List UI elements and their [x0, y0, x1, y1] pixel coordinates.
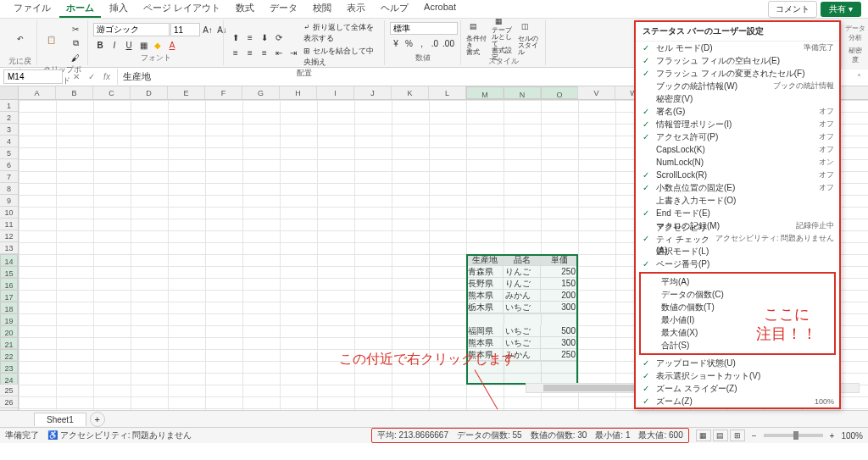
col-header-K[interactable]: K: [392, 86, 429, 99]
number-format-select[interactable]: [390, 22, 458, 35]
undo-button[interactable]: ↶: [8, 22, 31, 56]
zoom-out-button[interactable]: −: [752, 431, 757, 441]
col-header-E[interactable]: E: [168, 86, 205, 99]
row-header-13[interactable]: 13: [0, 242, 18, 254]
row-header-12[interactable]: 12: [0, 230, 18, 242]
percent-button[interactable]: %: [403, 36, 415, 50]
copy-button[interactable]: ⧉: [69, 36, 82, 50]
context-menu-item[interactable]: ✓ズーム スライダー(Z): [636, 382, 839, 395]
border-button[interactable]: ▦: [136, 38, 150, 52]
col-header-D[interactable]: D: [131, 86, 168, 99]
align-bottom-button[interactable]: ⬇: [258, 30, 271, 44]
context-menu-item[interactable]: ✓アクセシビリティ チェック(A)アクセシビリティ: 問題ありません: [636, 232, 839, 245]
row-header-24[interactable]: 24: [0, 373, 18, 385]
italic-button[interactable]: I: [108, 38, 121, 52]
tab-ホーム[interactable]: ホーム: [59, 0, 101, 18]
cell[interactable]: 150: [541, 278, 578, 290]
context-menu-item[interactable]: ✓ズーム(Z)100%: [636, 395, 839, 407]
row-header-7[interactable]: 7: [0, 171, 18, 183]
merge-center-button[interactable]: ⊞ セルを結合して中央揃え: [303, 46, 379, 68]
cell[interactable]: 300: [541, 302, 578, 313]
row-header-19[interactable]: 19: [0, 313, 18, 325]
increase-font-button[interactable]: A↑: [201, 23, 214, 36]
cell[interactable]: いちご: [504, 325, 541, 337]
format-as-table-button[interactable]: ▦テーブルとして 書式設定: [492, 22, 514, 56]
tab-Acrobat[interactable]: Acrobat: [417, 0, 463, 18]
context-menu-item[interactable]: ✓End モード(E): [636, 207, 839, 219]
enter-formula-button[interactable]: ✓: [85, 72, 98, 81]
tab-データ[interactable]: データ: [263, 0, 304, 18]
align-middle-button[interactable]: ≡: [243, 30, 257, 44]
page-break-view-button[interactable]: ⊞: [730, 430, 745, 441]
context-menu-item[interactable]: 選択モード(L): [636, 245, 839, 258]
indent-inc-button[interactable]: ⇥: [287, 46, 300, 59]
cell-styles-button[interactable]: ◫セルの スタイル: [518, 22, 540, 56]
tab-校閲[interactable]: 校閲: [306, 0, 338, 18]
context-menu-item[interactable]: ✓ScrollLock(R)オフ: [636, 169, 839, 181]
inc-decimal-button[interactable]: .0: [429, 36, 441, 50]
font-size-select[interactable]: [170, 23, 200, 36]
conditional-format-button[interactable]: ▤条件付き 書式: [466, 22, 488, 56]
tab-挿入[interactable]: 挿入: [103, 0, 135, 18]
cell[interactable]: 200: [541, 290, 578, 302]
normal-view-button[interactable]: ▦: [696, 430, 711, 441]
tab-ページ レイアウト[interactable]: ページ レイアウト: [136, 0, 227, 18]
row-header-10[interactable]: 10: [0, 207, 18, 219]
comments-button[interactable]: コメント: [768, 1, 817, 18]
context-menu-item[interactable]: ブックの統計情報(W)ブックの統計情報: [636, 80, 839, 92]
context-menu-item[interactable]: ✓表示選択ショートカット(V): [636, 369, 839, 382]
context-menu-item[interactable]: ✓ページ番号(P): [636, 258, 839, 270]
cell[interactable]: いちご: [504, 302, 541, 313]
tab-数式[interactable]: 数式: [229, 0, 261, 18]
col-header-B[interactable]: B: [56, 86, 93, 99]
orientation-button[interactable]: ⟳: [272, 30, 286, 44]
row-header-15[interactable]: 15: [0, 266, 18, 278]
zoom-level[interactable]: 100%: [841, 431, 863, 441]
cell[interactable]: 熊本県: [466, 290, 504, 302]
select-all-corner[interactable]: [0, 86, 19, 99]
context-menu-item[interactable]: ✓アップロード状態(U): [636, 357, 839, 369]
row-header-16[interactable]: 16: [0, 278, 18, 290]
row-header-20[interactable]: 20: [0, 325, 18, 337]
name-box[interactable]: [3, 69, 63, 84]
cell[interactable]: りんご: [504, 278, 541, 290]
col-header-H[interactable]: H: [280, 86, 317, 99]
share-button[interactable]: 共有 ▾: [821, 2, 861, 17]
align-center-button[interactable]: ≡: [243, 46, 257, 59]
col-header-N[interactable]: N: [504, 86, 541, 99]
col-header-L[interactable]: L: [429, 86, 466, 99]
row-header-9[interactable]: 9: [0, 195, 18, 207]
row-header-1[interactable]: 1: [0, 100, 18, 112]
zoom-slider[interactable]: [764, 434, 823, 437]
tab-表示[interactable]: 表示: [340, 0, 372, 18]
cell[interactable]: 単価: [541, 254, 578, 266]
cell[interactable]: みかん: [504, 290, 541, 302]
row-header-17[interactable]: 17: [0, 290, 18, 302]
cell[interactable]: 生産地: [466, 254, 504, 266]
row-header-4[interactable]: 4: [0, 136, 18, 147]
cell[interactable]: りんご: [504, 266, 541, 278]
cell[interactable]: いちご: [504, 337, 541, 349]
col-header-A[interactable]: A: [19, 86, 56, 99]
context-menu-item[interactable]: 上書き入力モード(O): [636, 194, 839, 207]
row-header-2[interactable]: 2: [0, 112, 18, 124]
new-sheet-button[interactable]: +: [90, 412, 105, 427]
context-menu-item[interactable]: ✓フラッシュ フィルの空白セル(E): [636, 54, 839, 67]
wrap-text-button[interactable]: ⤶ 折り返して全体を表示する: [303, 22, 379, 44]
row-header-14[interactable]: 14: [0, 254, 18, 266]
underline-button[interactable]: U: [122, 38, 136, 52]
cell[interactable]: 熊本県: [466, 349, 504, 361]
bold-button[interactable]: B: [93, 38, 107, 52]
row-header-25[interactable]: 25: [0, 385, 18, 396]
cell[interactable]: 熊本県: [466, 337, 504, 349]
cut-button[interactable]: ✂: [69, 22, 82, 36]
align-right-button[interactable]: ≡: [258, 46, 271, 59]
collapse-ribbon-button[interactable]: ˄: [857, 73, 861, 82]
tab-ファイル[interactable]: ファイル: [7, 0, 58, 18]
font-color-button[interactable]: A: [165, 38, 179, 52]
dec-decimal-button[interactable]: .00: [442, 36, 455, 50]
col-header-J[interactable]: J: [354, 86, 392, 99]
col-header-F[interactable]: F: [205, 86, 242, 99]
page-layout-view-button[interactable]: ▤: [713, 430, 728, 441]
col-header-V[interactable]: V: [578, 86, 615, 99]
